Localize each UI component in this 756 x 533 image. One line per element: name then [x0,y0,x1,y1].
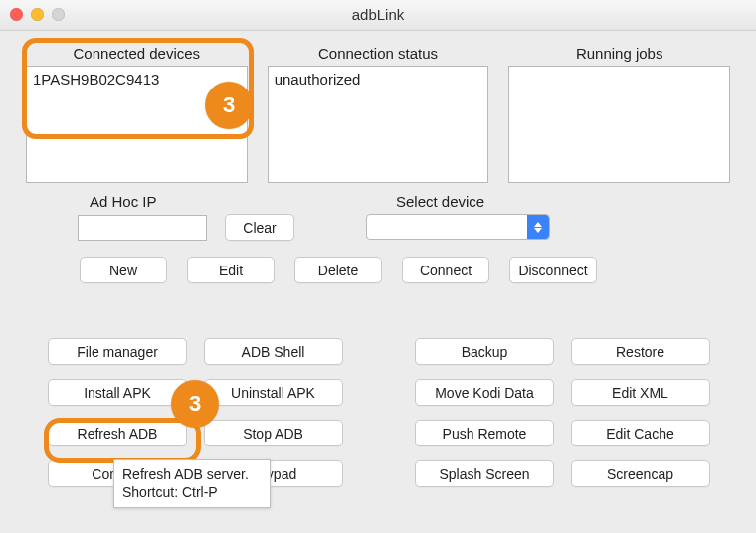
connection-status-panel: Connection status unauthorized [268,39,489,183]
edit-xml-button[interactable]: Edit XML [571,379,710,406]
install-apk-button[interactable]: Install APK [48,379,187,406]
connect-button[interactable]: Connect [402,257,489,283]
status-panels: Connected devices 1PASH9B02C9413 Connect… [0,31,756,183]
adhoc-ip-label: Ad Hoc IP [78,193,157,214]
close-icon[interactable] [10,8,23,21]
splash-screen-button[interactable]: Splash Screen [415,460,554,487]
uninstall-apk-button[interactable]: Uninstall APK [204,379,343,406]
tooltip-text: Refresh ADB server. Shortcut: Ctrl-P [122,466,249,500]
refresh-adb-button[interactable]: Refresh ADB [48,420,187,446]
running-jobs-panel: Running jobs [508,39,730,183]
select-device-group: Select device [366,193,550,240]
device-action-row: New Edit Delete Connect Disconnect [54,241,756,283]
edit-cache-button[interactable]: Edit Cache [571,420,710,446]
running-jobs-label: Running jobs [508,39,730,66]
stop-adb-button[interactable]: Stop ADB [204,420,343,446]
push-remote-button[interactable]: Push Remote [415,420,554,446]
maximize-icon[interactable] [52,8,65,21]
select-device-dropdown[interactable] [366,214,550,240]
running-jobs-box [508,66,730,183]
minimize-icon[interactable] [31,8,44,21]
annotation-badge: 3 [205,82,253,129]
connection-status-text: unauthorized [275,71,482,88]
edit-button[interactable]: Edit [187,257,275,283]
clear-button[interactable]: Clear [225,214,294,241]
delete-button[interactable]: Delete [294,257,382,283]
screencap-button[interactable]: Screencap [571,460,710,487]
move-kodi-data-button[interactable]: Move Kodi Data [415,379,554,406]
adhoc-ip-input[interactable] [78,215,207,241]
chevron-up-down-icon [527,215,549,239]
tooltip: Refresh ADB server. Shortcut: Ctrl-P [113,459,271,508]
annotation-badge: 3 [171,380,219,428]
device-item[interactable]: 1PASH9B02C9413 [33,71,241,88]
window-controls [10,8,65,21]
restore-button[interactable]: Restore [571,338,710,365]
backup-button[interactable]: Backup [415,338,554,365]
file-manager-button[interactable]: File manager [48,338,187,365]
window-titlebar: adbLink [0,0,756,31]
disconnect-button[interactable]: Disconnect [509,257,597,283]
connected-devices-label: Connected devices [26,39,248,66]
connection-status-box: unauthorized [268,66,489,183]
adb-shell-button[interactable]: ADB Shell [204,338,343,365]
window-title: adbLink [352,6,405,23]
adhoc-group: Ad Hoc IP Clear [78,193,336,241]
new-button[interactable]: New [80,257,167,283]
connection-row: Ad Hoc IP Clear Select device [0,183,756,241]
select-device-label: Select device [366,193,484,214]
connection-status-label: Connection status [268,39,489,66]
